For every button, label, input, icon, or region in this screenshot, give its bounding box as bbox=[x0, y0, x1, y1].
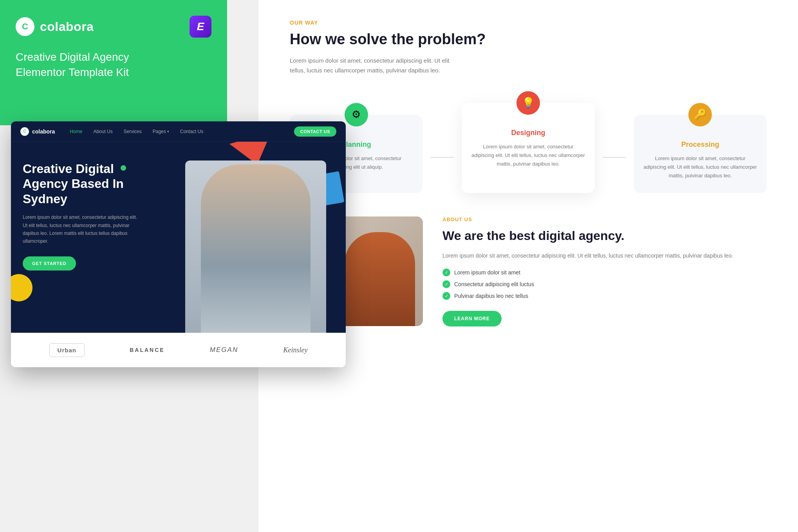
logo-left: C colabora bbox=[16, 17, 94, 36]
how-section-label: OUR WAY bbox=[290, 20, 767, 26]
check-icon-3: ✓ bbox=[442, 292, 450, 300]
designing-icon-circle: 💡 bbox=[516, 91, 540, 115]
checklist-item-3: ✓ Pulvinar dapibus leo nec tellus bbox=[442, 292, 767, 300]
checklist-text-1: Lorem ipsum dolor sit amet bbox=[454, 269, 520, 276]
website-preview: C colabora Home About Us Services Pages … bbox=[11, 121, 346, 367]
processing-title: Processing bbox=[643, 141, 757, 149]
brands-bar: Urban BALANCE MEGAN Keinsley bbox=[11, 333, 346, 367]
about-label: ABOUT US bbox=[442, 216, 767, 222]
nav-brand-name: colabora bbox=[32, 128, 55, 135]
checklist-item-1: ✓ Lorem ipsum dolor sit amet bbox=[442, 269, 767, 276]
how-section-title: How we solve the problem? bbox=[290, 31, 767, 49]
nav-logo-circle: C bbox=[20, 127, 29, 136]
checklist-item-2: ✓ Consectetur adipiscing elit luctus bbox=[442, 280, 767, 288]
nav-link-contact[interactable]: Contact Us bbox=[180, 129, 203, 134]
hero-title: Creative Digital Agency Based In Sydney bbox=[23, 161, 156, 206]
woman-silhouette bbox=[201, 164, 311, 333]
brand-urban: Urban bbox=[49, 343, 85, 357]
how-section: OUR WAY How we solve the problem? Lorem … bbox=[258, 0, 798, 91]
designing-text: Lorem ipsum dolor sit amet, consectetur … bbox=[471, 142, 585, 168]
nav-cta-button[interactable]: CONTACT US bbox=[294, 126, 336, 137]
preview-hero: Creative Digital Agency Based In Sydney … bbox=[11, 142, 346, 333]
processing-icon: 🔑 bbox=[694, 108, 706, 121]
nav-link-pages[interactable]: Pages ▾ bbox=[153, 129, 169, 134]
left-panel: C colabora E Creative Digital Agency Ele… bbox=[0, 0, 227, 125]
tagline: Creative Digital Agency Elementor Templa… bbox=[16, 49, 211, 80]
hero-content: Creative Digital Agency Based In Sydney … bbox=[23, 161, 156, 271]
brand-balance: BALANCE bbox=[130, 347, 164, 353]
logo-row: C colabora E bbox=[16, 16, 211, 38]
learn-more-button[interactable]: LEARN MORE bbox=[442, 311, 502, 326]
about-checklist: ✓ Lorem ipsum dolor sit amet ✓ Consectet… bbox=[442, 269, 767, 300]
connector-1 bbox=[430, 157, 454, 158]
checklist-text-3: Pulvinar dapibus leo nec tellus bbox=[454, 293, 528, 299]
planning-icon-circle: ⚙ bbox=[345, 103, 368, 126]
brand-megan: MEGAN bbox=[210, 346, 238, 354]
deco-yellow-circle bbox=[11, 274, 32, 301]
hero-description: Lorem ipsum dolor sit amet, consectetur … bbox=[23, 213, 140, 245]
preview-navbar: C colabora Home About Us Services Pages … bbox=[11, 121, 346, 142]
checklist-text-2: Consectetur adipiscing elit luctus bbox=[454, 281, 534, 287]
about-title: We are the best digital agency. bbox=[442, 228, 767, 244]
hero-cta-button[interactable]: GET STARTED bbox=[23, 256, 76, 271]
processing-icon-circle: 🔑 bbox=[688, 103, 712, 126]
hero-woman-image bbox=[185, 161, 326, 333]
nav-logo: C colabora bbox=[20, 127, 55, 136]
designing-title: Designing bbox=[471, 129, 585, 137]
about-desc: Lorem ipsum dolor sit amet, consectetur … bbox=[442, 251, 767, 261]
check-icon-1: ✓ bbox=[442, 269, 450, 276]
elementor-badge: E bbox=[190, 16, 211, 38]
nav-link-about[interactable]: About Us bbox=[93, 129, 112, 134]
processing-text: Lorem ipsum dolor sit amet, consectetur … bbox=[643, 154, 757, 180]
brand-keinsley: Keinsley bbox=[283, 346, 307, 354]
nav-link-services[interactable]: Services bbox=[124, 129, 142, 134]
processing-card: 🔑 Processing Lorem ipsum dolor sit amet,… bbox=[634, 115, 767, 193]
planning-icon: ⚙ bbox=[352, 108, 361, 121]
nav-link-home[interactable]: Home bbox=[70, 129, 82, 134]
connector-2 bbox=[603, 157, 626, 158]
designing-card: 💡 Designing Lorem ipsum dolor sit amet, … bbox=[462, 103, 594, 193]
how-section-desc: Lorem ipsum dolor sit amet, consectetur … bbox=[290, 56, 462, 76]
about-img-person bbox=[345, 232, 415, 326]
logo-circle: C bbox=[16, 17, 34, 36]
check-icon-2: ✓ bbox=[442, 280, 450, 288]
about-content: ABOUT US We are the best digital agency.… bbox=[442, 216, 767, 327]
designing-icon: 💡 bbox=[522, 97, 534, 109]
brand-name: colabora bbox=[40, 20, 94, 34]
